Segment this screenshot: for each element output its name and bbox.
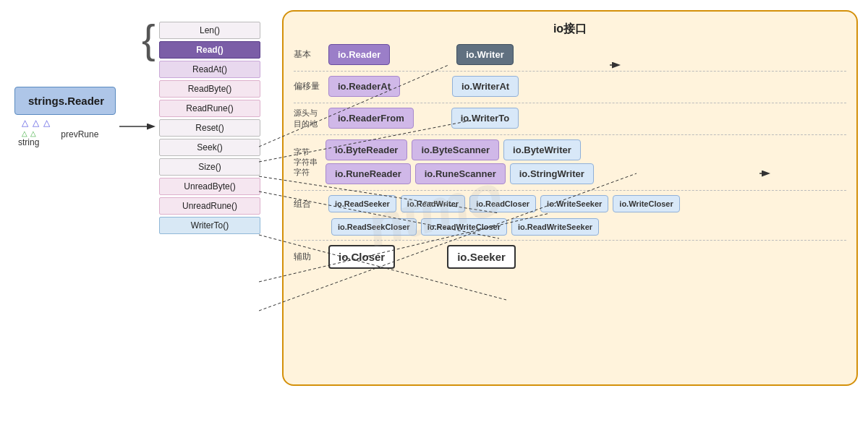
boxes-aux: io.Closer io.Seeker — [328, 245, 846, 269]
row-bytes: 字节字符串字符 io.ByteReader io.ByteScanner io.… — [294, 139, 846, 184]
box-io-bytescanner: io.ByteScanner — [412, 139, 499, 160]
label-source: 源头与目的地 — [294, 108, 328, 129]
field-string: △ △ string — [18, 129, 39, 147]
prevrune-label: prevRune — [61, 129, 98, 139]
method-unreadbyte-box: UnreadByte() — [159, 178, 260, 195]
method-size-box: Size() — [159, 158, 260, 176]
box-io-reader: io.Reader — [328, 44, 390, 65]
boxes-offset: io.ReaderAt io.WriterAt — [328, 76, 846, 97]
arrow-up-2: △ — [33, 118, 39, 128]
boxes-bytes-row1: io.ByteReader io.ByteScanner io.ByteWrit… — [326, 139, 594, 160]
box-io-readwriter: io.ReadWriter — [401, 195, 465, 212]
divider-3 — [294, 134, 846, 135]
io-panel: io接口 基本 io.Reader io.Writer 偏移量 io.Reade… — [282, 10, 858, 386]
label-bytes: 字节字符串字符 — [294, 147, 326, 178]
method-size: Size() — [159, 158, 260, 176]
methods-area: { Len() Read() ReadAt() ReadByte() ReadR… — [152, 22, 260, 236]
method-readat-box: ReadAt() — [159, 61, 260, 78]
method-writerto: WriterTo() — [159, 217, 260, 234]
row-offset: 偏移量 io.ReaderAt io.WriterAt — [294, 76, 846, 97]
box-io-closer: io.Closer — [328, 245, 395, 269]
method-unreadrune: UnreadRune() — [159, 197, 260, 215]
label-offset: 偏移量 — [294, 80, 328, 92]
box-io-writerat: io.WriterAt — [452, 76, 519, 97]
divider-4 — [294, 190, 846, 191]
method-unreadbyte: UnreadByte() — [159, 178, 260, 195]
method-readbyte: ReadByte() — [159, 80, 260, 98]
string-arrow-1: △ — [22, 129, 27, 137]
box-io-writecloser: io.WriteCloser — [613, 195, 679, 212]
left-area: strings.Reader △ △ △ △ △ string prevRune — [14, 87, 116, 147]
boxes-source: io.ReaderFrom io.WriterTo — [328, 108, 846, 129]
method-reset: Reset() — [159, 119, 260, 137]
row-basic: 基本 io.Reader io.Writer — [294, 44, 846, 65]
box-io-readerfrom: io.ReaderFrom — [328, 108, 414, 129]
method-reset-box: Reset() — [159, 119, 260, 137]
method-seek: Seek() — [159, 139, 260, 156]
boxes-bytes-row2: io.RuneReader io.RuneScanner io.StringWr… — [326, 163, 594, 184]
box-io-readseeker: io.ReadSeeker — [328, 195, 396, 212]
boxes-combo-row1: io.ReadSeeker io.ReadWriter io.ReadClose… — [328, 195, 846, 212]
box-io-runereader: io.RuneReader — [326, 163, 411, 184]
row-source: 源头与目的地 io.ReaderFrom io.WriterTo — [294, 108, 846, 129]
row-combo-wrapper: 组合 io.ReadSeeker io.ReadWriter io.ReadCl… — [294, 195, 846, 236]
arrow-up-3: △ — [43, 118, 50, 128]
field-prevrune: prevRune — [61, 129, 98, 147]
main-container: ntmo s — [0, 0, 868, 422]
label-combo: 组合 — [294, 198, 328, 210]
divider-2 — [294, 103, 846, 103]
method-seek-box: Seek() — [159, 139, 260, 156]
box-io-readwriteseeker: io.ReadWriteSeeker — [511, 218, 599, 236]
method-read-box: Read() — [159, 41, 260, 59]
string-arrow-2: △ — [30, 129, 36, 137]
box-io-seeker: io.Seeker — [447, 245, 516, 269]
string-label: string — [18, 137, 39, 147]
method-read: Read() — [159, 41, 260, 59]
divider-1 — [294, 71, 846, 72]
brace-symbol: { — [142, 19, 156, 59]
box-io-bytewriter: io.ByteWriter — [503, 139, 581, 160]
label-aux: 辅助 — [294, 251, 328, 263]
arrows-row: △ △ △ — [22, 118, 123, 128]
method-len: Len() — [159, 22, 260, 39]
io-panel-content: io接口 基本 io.Reader io.Writer 偏移量 io.Reade… — [282, 10, 858, 386]
box-io-readerat: io.ReaderAt — [328, 76, 400, 97]
row-aux: 辅助 io.Closer io.Seeker — [294, 245, 846, 269]
box-io-readcloser: io.ReadCloser — [469, 195, 536, 212]
box-io-readseekcloser: io.ReadSeekCloser — [331, 218, 417, 236]
box-io-bytereader: io.ByteReader — [326, 139, 407, 160]
divider-5 — [294, 240, 846, 241]
boxes-basic: io.Reader io.Writer — [328, 44, 846, 65]
method-len-box: Len() — [159, 22, 260, 39]
box-io-writeseeker: io.WriteSeeker — [540, 195, 608, 212]
method-readrune-box: ReadRune() — [159, 100, 260, 117]
box-io-stringwriter: io.StringWriter — [510, 163, 594, 184]
box-io-writer: io.Writer — [456, 44, 514, 65]
io-panel-title: io接口 — [294, 22, 846, 37]
row-combo: 组合 io.ReadSeeker io.ReadWriter io.ReadCl… — [294, 195, 846, 212]
box-io-readwritecloser: io.ReadWriteCloser — [421, 218, 507, 236]
field-labels: △ △ string prevRune — [18, 129, 119, 147]
method-readat: ReadAt() — [159, 61, 260, 78]
string-arrows: △ △ — [22, 129, 36, 137]
combo-second-row: io.ReadSeekCloser io.ReadWriteCloser io.… — [331, 218, 846, 236]
box-io-runescanner: io.RuneScanner — [415, 163, 506, 184]
method-writerto-box: WriterTo() — [159, 217, 260, 234]
box-io-writerto: io.WriterTo — [451, 108, 519, 129]
methods-list: Len() Read() ReadAt() ReadByte() ReadRun… — [159, 22, 260, 236]
label-basic: 基本 — [294, 48, 328, 61]
method-readrune: ReadRune() — [159, 100, 260, 117]
method-unreadrune-box: UnreadRune() — [159, 197, 260, 215]
method-readbyte-box: ReadByte() — [159, 80, 260, 98]
strings-reader-box: strings.Reader — [14, 87, 116, 115]
arrow-up-1: △ — [22, 118, 28, 128]
